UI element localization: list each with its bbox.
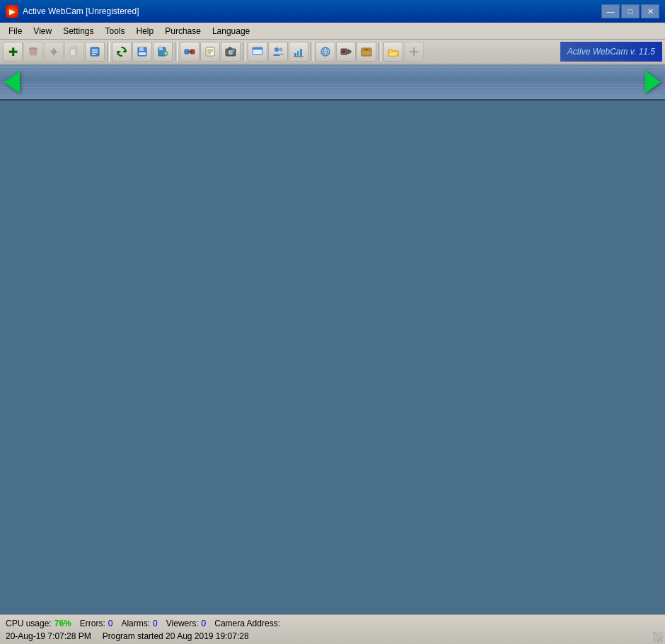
svg-point-53 (342, 50, 345, 53)
svg-marker-52 (348, 50, 351, 54)
svg-rect-1 (30, 47, 36, 48)
svg-rect-44 (300, 49, 302, 57)
cpu-value: 76% (54, 617, 71, 630)
svg-rect-2 (30, 50, 37, 55)
svg-rect-38 (253, 50, 262, 54)
left-arrow-icon (4, 71, 20, 93)
toolbar-copy (64, 42, 84, 62)
status-line-2: 20-Aug-19 7:07:28 PM Program started 20 … (6, 630, 659, 643)
svg-rect-16 (143, 47, 144, 50)
resize-grip[interactable] (653, 632, 663, 642)
main-content (0, 100, 665, 614)
toolbar-sep-1 (107, 42, 110, 61)
status-line-1: CPU usage: 76% Errors: 0 Alarms: 0 Viewe… (6, 617, 659, 630)
svg-rect-58 (413, 47, 415, 56)
program-started: Program started 20 Aug 2019 19:07:28 (103, 630, 249, 643)
menu-language[interactable]: Language (207, 25, 255, 38)
close-button[interactable]: ✕ (641, 4, 659, 18)
toolbar: ✚ (0, 40, 665, 65)
toolbar-add-camera[interactable]: ✚ (3, 42, 23, 62)
maximize-button[interactable]: □ (621, 4, 640, 18)
svg-rect-37 (253, 47, 262, 50)
viewers-value: 0 (202, 617, 207, 630)
titlebar: ▶ Active WebCam [Unregistered] — □ ✕ (0, 0, 665, 23)
toolbar-reload[interactable] (112, 42, 132, 62)
svg-rect-43 (297, 51, 299, 57)
svg-point-33 (230, 52, 232, 54)
nav-arrow-right[interactable] (642, 67, 664, 98)
svg-rect-22 (185, 50, 189, 54)
menu-view[interactable]: View (28, 25, 57, 38)
toolbar-save-as[interactable]: + (153, 42, 173, 62)
svg-rect-17 (139, 52, 146, 55)
svg-rect-10 (92, 52, 98, 53)
timestamp: 20-Aug-19 7:07:28 PM (6, 630, 91, 643)
toolbar-advanced (404, 42, 424, 62)
statusbar: CPU usage: 76% Errors: 0 Alarms: 0 Viewe… (0, 614, 665, 644)
svg-point-40 (274, 47, 279, 52)
toolbar-capture[interactable] (221, 42, 241, 62)
alarms-label: Alarms: (121, 617, 150, 630)
titlebar-left: ▶ Active WebCam [Unregistered] (6, 5, 139, 18)
svg-rect-9 (92, 50, 98, 51)
svg-rect-35 (233, 50, 234, 51)
toolbar-connect[interactable] (180, 42, 200, 62)
svg-rect-42 (294, 53, 296, 57)
right-arrow-icon (645, 71, 661, 93)
camera-strip (0, 65, 665, 100)
svg-rect-56 (364, 49, 369, 50)
toolbar-sep-5 (378, 42, 381, 61)
menu-help[interactable]: Help (131, 25, 160, 38)
camera-address-label: Camera Address: (214, 617, 280, 630)
menubar: File View Settings Tools Help Purchase L… (0, 23, 665, 40)
statusbar-corner (651, 630, 665, 644)
svg-text:+: + (164, 51, 167, 56)
title-text: Active WebCam [Unregistered] (23, 6, 139, 16)
errors-label: Errors: (80, 617, 105, 630)
minimize-button[interactable]: — (601, 4, 620, 18)
toolbar-archive[interactable] (357, 42, 376, 62)
version-label: Active WebCam v. 11.5 (560, 42, 662, 62)
toolbar-sep-3 (243, 42, 245, 61)
toolbar-sep-4 (311, 42, 313, 61)
app-icon: ▶ (6, 5, 18, 18)
svg-rect-0 (29, 48, 37, 50)
svg-rect-26 (206, 47, 214, 56)
toolbar-log[interactable] (200, 42, 220, 62)
svg-rect-19 (159, 47, 163, 50)
toolbar-stats[interactable] (289, 42, 308, 62)
menu-file[interactable]: File (3, 25, 28, 38)
toolbar-save[interactable] (132, 42, 152, 62)
toolbar-users[interactable] (268, 42, 288, 62)
svg-rect-11 (92, 54, 96, 55)
cpu-label: CPU usage: (6, 617, 52, 630)
toolbar-web[interactable] (316, 42, 335, 62)
toolbar-remove-camera (23, 42, 43, 62)
menu-tools[interactable]: Tools (100, 25, 131, 38)
errors-value: 0 (108, 617, 113, 630)
svg-point-41 (279, 48, 283, 52)
svg-marker-12 (122, 49, 126, 52)
window-controls: — □ ✕ (601, 4, 659, 18)
alarms-value: 0 (153, 617, 158, 630)
toolbar-properties[interactable] (85, 42, 105, 62)
svg-rect-34 (229, 47, 231, 49)
svg-rect-7 (70, 49, 76, 56)
viewers-label: Viewers: (166, 617, 199, 630)
svg-rect-39 (253, 55, 262, 57)
nav-arrow-left[interactable] (1, 67, 23, 98)
toolbar-settings (44, 42, 64, 62)
toolbar-record[interactable] (336, 42, 356, 62)
svg-marker-13 (117, 51, 121, 54)
svg-point-5 (52, 50, 56, 54)
menu-settings[interactable]: Settings (57, 25, 99, 38)
menu-purchase[interactable]: Purchase (159, 25, 207, 38)
toolbar-view-web[interactable] (248, 42, 267, 62)
toolbar-open[interactable] (383, 42, 403, 62)
toolbar-sep-2 (175, 42, 178, 61)
